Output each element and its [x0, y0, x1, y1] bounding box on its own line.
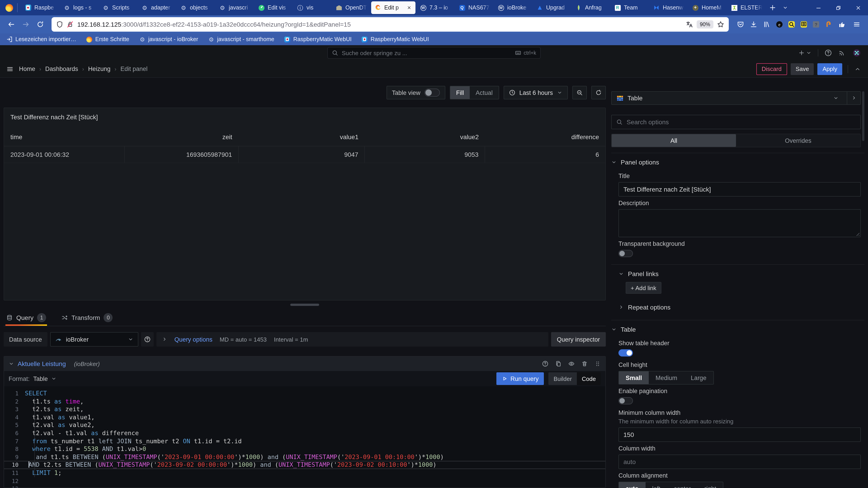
- column-header-value2[interactable]: value2: [365, 131, 485, 146]
- browser-tab[interactable]: Raspbe: [21, 1, 59, 14]
- query-header[interactable]: Aktuelle Leistung (ioBroker): [4, 357, 605, 371]
- expand-viz-list-button[interactable]: [847, 92, 860, 104]
- panel-title-input[interactable]: Test Differenz nach Zeit [Stück]: [618, 182, 861, 197]
- browser-tab[interactable]: ⚙adapter: [138, 1, 176, 14]
- forward-button[interactable]: [19, 18, 33, 31]
- drag-handle[interactable]: [290, 304, 319, 306]
- column-header-zeit[interactable]: zeit: [124, 131, 239, 146]
- help-icon[interactable]: [825, 49, 832, 57]
- browser-tab[interactable]: ⚙javascri: [216, 1, 254, 14]
- ext-orange-icon[interactable]: [825, 21, 832, 28]
- browser-tab[interactable]: ⚙Scripts: [99, 1, 137, 14]
- bookmark-item[interactable]: ⚙javascript - smarthome: [208, 36, 274, 42]
- news-icon[interactable]: [838, 49, 845, 57]
- toggle-visibility-icon[interactable]: [568, 361, 575, 367]
- delete-query-icon[interactable]: [581, 361, 588, 367]
- browser-tab[interactable]: Edit p: [371, 1, 415, 14]
- browser-tab[interactable]: RTeam: [611, 1, 649, 14]
- section-panel-options[interactable]: Panel options: [611, 155, 861, 169]
- column-header-value1[interactable]: value1: [239, 131, 365, 146]
- section-table[interactable]: Table: [611, 322, 861, 337]
- tab-query[interactable]: Query 1: [5, 309, 47, 326]
- ext-question-icon[interactable]: ?: [813, 21, 819, 28]
- collapse-query-icon[interactable]: [8, 361, 14, 366]
- transparent-bg-toggle[interactable]: [618, 250, 633, 257]
- table-view-switch[interactable]: [425, 89, 440, 97]
- ext-page-icon[interactable]: [801, 21, 807, 28]
- pocket-icon[interactable]: [737, 21, 744, 28]
- zoom-level-badge[interactable]: 90%: [697, 20, 713, 29]
- add-menu-button[interactable]: [798, 50, 811, 56]
- breadcrumb-dashboards[interactable]: Dashboards: [45, 66, 78, 72]
- table-view-toggle[interactable]: Table view: [386, 86, 445, 99]
- min-col-width-input[interactable]: 150: [618, 427, 861, 442]
- app-menu-button[interactable]: [850, 18, 864, 31]
- cell-height-small[interactable]: Small: [619, 371, 649, 384]
- datasource-help-button[interactable]: [141, 332, 154, 347]
- browser-tab[interactable]: Anfrag: [572, 1, 610, 14]
- run-query-button[interactable]: Run query: [496, 372, 544, 385]
- datasource-select[interactable]: ioBroker: [50, 332, 138, 347]
- browser-tab[interactable]: ⚙objects: [177, 1, 215, 14]
- description-textarea[interactable]: [618, 209, 861, 237]
- browser-tab[interactable]: ELSTER: [727, 1, 765, 14]
- query-options-bar[interactable]: Query options MD = auto = 1453 Interval …: [156, 332, 548, 347]
- drag-query-icon[interactable]: [594, 361, 601, 367]
- show-table-header-toggle[interactable]: [618, 349, 633, 357]
- bookmark-item[interactable]: Lesezeichen importier…: [6, 36, 76, 42]
- browser-tab[interactable]: OpenDT: [332, 1, 370, 14]
- collapse-options-button[interactable]: [854, 65, 862, 73]
- browser-tab[interactable]: +HomeM: [688, 1, 726, 14]
- library-icon[interactable]: [763, 21, 770, 28]
- global-search-input[interactable]: Suche oder springe zu ... ctrl+k: [327, 47, 541, 59]
- column-header-difference[interactable]: difference: [485, 131, 605, 146]
- section-panel-links[interactable]: Panel links: [618, 267, 861, 281]
- duplicate-query-icon[interactable]: [555, 361, 561, 367]
- bookmark-item[interactable]: Erste Schritte: [86, 36, 129, 42]
- align-auto[interactable]: auto: [619, 482, 645, 488]
- code-option[interactable]: Code: [577, 372, 601, 385]
- insecure-connection-icon[interactable]: [66, 21, 74, 28]
- mega-menu-icon[interactable]: [6, 65, 13, 72]
- sql-code-editor[interactable]: 1SELECT2 t1.ts as time,3 t2.ts as zeit,4…: [4, 386, 605, 488]
- actual-option[interactable]: Actual: [470, 86, 498, 99]
- browser-tab[interactable]: ⓘvis: [293, 1, 331, 14]
- align-left[interactable]: left: [645, 482, 667, 488]
- bookmark-item[interactable]: RaspberryMatic WebUI: [284, 36, 351, 42]
- options-search-input[interactable]: Search options: [611, 115, 861, 129]
- panel-title[interactable]: Test Differenz nach Zeit [Stück]: [4, 111, 605, 131]
- ext-search-icon[interactable]: [788, 21, 795, 28]
- reload-button[interactable]: [33, 18, 47, 31]
- bookmark-item[interactable]: ⚙javascript - ioBroker: [139, 36, 198, 42]
- cell-height-medium[interactable]: Medium: [649, 371, 684, 384]
- avatar[interactable]: [852, 48, 862, 58]
- breadcrumb-dashboard[interactable]: Heizung: [88, 66, 111, 72]
- align-right[interactable]: right: [698, 482, 723, 488]
- visualization-picker[interactable]: Table: [611, 91, 861, 105]
- discard-button[interactable]: Discard: [756, 63, 787, 75]
- browser-tab[interactable]: ⚙logs - s: [60, 1, 98, 14]
- format-select[interactable]: Table: [33, 375, 57, 382]
- translate-icon[interactable]: [686, 21, 693, 28]
- tab-list-button[interactable]: [779, 1, 792, 14]
- query-inspector-button[interactable]: Query inspector: [551, 332, 606, 347]
- align-center[interactable]: center: [667, 482, 698, 488]
- browser-tab[interactable]: Upgrad: [533, 1, 571, 14]
- refresh-button[interactable]: [591, 86, 606, 99]
- save-button[interactable]: Save: [791, 63, 814, 75]
- column-header-time[interactable]: time: [4, 131, 124, 146]
- tab-transform[interactable]: Transform 0: [61, 309, 114, 326]
- window-minimize-button[interactable]: [812, 1, 825, 14]
- cell-height-large[interactable]: Large: [684, 371, 713, 384]
- download-icon[interactable]: [750, 21, 757, 28]
- filter-overrides-tab[interactable]: Overrides: [736, 134, 860, 147]
- apply-button[interactable]: Apply: [817, 63, 842, 75]
- query-help-icon[interactable]: [542, 361, 548, 367]
- browser-tab[interactable]: Hasenw: [650, 1, 688, 14]
- url-bar[interactable]: 192.168.12.125:3000/d/f1332ce8-ef22-4153…: [52, 17, 729, 32]
- filter-all-tab[interactable]: All: [612, 134, 736, 147]
- column-width-input[interactable]: auto: [618, 455, 861, 469]
- browser-tab[interactable]: W7.3 – io: [416, 1, 454, 14]
- section-repeat-options[interactable]: Repeat options: [618, 300, 861, 315]
- new-tab-button[interactable]: [766, 1, 779, 14]
